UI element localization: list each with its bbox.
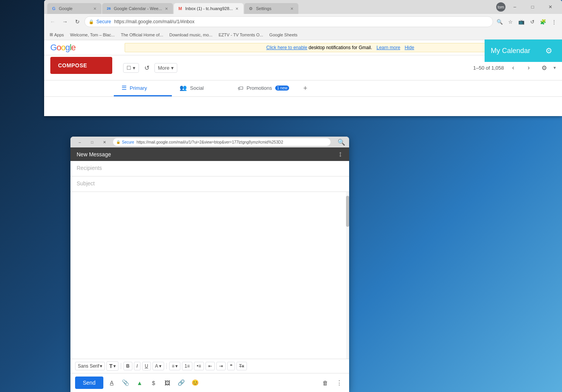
- bookmark-star-icon[interactable]: ☆: [505, 17, 516, 27]
- reload-button[interactable]: ↻: [72, 16, 83, 27]
- trash-button[interactable]: 🗑: [320, 377, 331, 388]
- tab-google-close[interactable]: ✕: [92, 6, 98, 11]
- recipients-field[interactable]: Recipients: [70, 161, 349, 176]
- compose-scrollbar[interactable]: [346, 192, 349, 359]
- popup-close-button[interactable]: ✕: [99, 138, 110, 146]
- more-options-button[interactable]: ⋮: [334, 377, 344, 388]
- more-button[interactable]: More ▾: [154, 63, 177, 73]
- bookmark-sheets[interactable]: Google Sheets: [267, 32, 300, 38]
- checkbox-dropdown-icon: ▾: [133, 65, 135, 71]
- next-page-button[interactable]: ›: [523, 62, 535, 74]
- tab-social[interactable]: 👥 Social: [172, 80, 230, 96]
- compose-actions-toolbar: Send A 📎 ▲ $ 🖼 🔗 😊 🗑 ⋮: [70, 373, 349, 392]
- window-close-button[interactable]: ✕: [542, 2, 559, 12]
- blockquote-button[interactable]: ❝: [227, 362, 235, 370]
- photo-button[interactable]: 🖼: [162, 377, 173, 388]
- tab-gmail[interactable]: M Inbox (1) - tc.huang928... ✕: [174, 3, 244, 14]
- previous-page-button[interactable]: ‹: [507, 62, 519, 74]
- tab-gmail-close[interactable]: ✕: [234, 6, 240, 11]
- link-icon: 🔗: [178, 379, 185, 386]
- menu-icon[interactable]: ⋮: [549, 17, 559, 27]
- bookmark-official[interactable]: The Official Home of...: [118, 32, 165, 38]
- window-minimize-button[interactable]: –: [506, 2, 523, 12]
- notification-hide-link[interactable]: Hide: [404, 45, 414, 50]
- emoji-button[interactable]: 😊: [190, 377, 201, 388]
- text-color-button[interactable]: A ▾: [152, 362, 164, 370]
- tab-google-title: Google: [59, 6, 91, 11]
- link-button[interactable]: 🔗: [176, 377, 187, 388]
- align-button[interactable]: ≡ ▾: [169, 362, 180, 370]
- compose-popup-titlebar: – □ ✕ 🔒 Secure https://mail.google.com/m…: [70, 137, 349, 147]
- attach-file-button[interactable]: 📎: [120, 377, 131, 388]
- numbered-list-button[interactable]: 1≡: [182, 362, 193, 370]
- font-size-button[interactable]: T ▾: [106, 361, 118, 371]
- bookmark-download[interactable]: Download music, mo...: [167, 32, 214, 38]
- chrome-toolbar: ← → ↻ 🔒 Secure https://mail.google.com/m…: [44, 14, 562, 29]
- select-all-button[interactable]: ☐ ▾: [123, 63, 139, 73]
- history-icon[interactable]: ↺: [527, 17, 537, 27]
- search-icon[interactable]: 🔍: [495, 17, 505, 27]
- compose-button[interactable]: COMPOSE: [50, 57, 112, 74]
- social-tab-icon: 👥: [180, 84, 187, 91]
- bookmark-apps[interactable]: ⊞ Apps: [47, 31, 66, 38]
- indent-more-button[interactable]: ⇥: [216, 362, 226, 370]
- blockquote-icon: ❝: [230, 363, 232, 369]
- settings-dropdown-icon[interactable]: ▾: [553, 65, 556, 70]
- add-tab-button[interactable]: +: [297, 80, 314, 96]
- tab-calendar[interactable]: 26 Google Calendar - Wee... ✕: [102, 3, 173, 14]
- font-size-dropdown-icon: ▾: [113, 363, 116, 369]
- extensions-icon[interactable]: 🧩: [538, 17, 548, 27]
- tab-settings[interactable]: ⚙ Settings ✕: [244, 3, 298, 14]
- popup-secure-text: Secure: [122, 140, 134, 144]
- drive-button[interactable]: ▲: [134, 377, 145, 388]
- underline-button[interactable]: U: [142, 362, 151, 370]
- tab-primary[interactable]: ☰ Primary: [114, 80, 172, 96]
- popup-url: https://mail.google.com/mail/u/1/?ui=2&v…: [137, 140, 283, 144]
- indent-less-button[interactable]: ⇤: [206, 362, 215, 370]
- notification-learn-more-link[interactable]: Learn more: [377, 45, 400, 50]
- primary-tab-icon: ☰: [122, 84, 127, 91]
- underline-icon: U: [145, 363, 148, 369]
- calendar-overlay: My Calendar ⚙: [485, 39, 562, 62]
- refresh-button[interactable]: ↺: [140, 62, 153, 74]
- tab-promotions[interactable]: 🏷 Promotions 1 new: [230, 81, 297, 96]
- tab-calendar-close[interactable]: ✕: [164, 6, 169, 11]
- italic-button[interactable]: I: [134, 362, 140, 370]
- address-bar[interactable]: 🔒 Secure https://mail.google.com/mail/u/…: [84, 16, 493, 27]
- calendar-settings-button[interactable]: ⚙: [542, 44, 556, 58]
- bookmark-eztv[interactable]: EZTV - TV Torrents O...: [216, 32, 266, 38]
- window-maximize-button[interactable]: □: [524, 2, 541, 12]
- bold-button[interactable]: B: [123, 362, 132, 370]
- popup-search-btn[interactable]: 🔍: [334, 139, 345, 146]
- bullet-list-button[interactable]: •≡: [194, 362, 204, 370]
- gmail-tab-icon: M: [178, 6, 183, 11]
- subject-field[interactable]: Subject: [70, 176, 349, 192]
- forward-button[interactable]: →: [60, 16, 70, 27]
- cast-icon[interactable]: 📺: [516, 17, 526, 27]
- format-underline-button[interactable]: A: [106, 377, 117, 388]
- compose-minimize-button[interactable]: ⤡: [336, 150, 345, 159]
- toolbar-controls: ☐ ▾ ↺ More ▾: [123, 62, 177, 74]
- popup-maximize-button[interactable]: □: [87, 138, 98, 146]
- font-size-icon: T: [109, 363, 113, 369]
- indent-less-icon: ⇤: [208, 363, 212, 369]
- popup-minimize-button[interactable]: –: [74, 138, 85, 146]
- fmt-separator-1: [121, 363, 121, 369]
- font-family-selector[interactable]: Sans Serif ▾: [75, 362, 105, 370]
- compose-area: COMPOSE: [50, 57, 120, 79]
- compose-body[interactable]: [70, 192, 349, 359]
- more-dropdown-icon: ▾: [171, 65, 174, 71]
- back-button[interactable]: ←: [47, 16, 58, 27]
- settings-button[interactable]: ⚙: [538, 62, 550, 74]
- remove-format-button[interactable]: Tx: [236, 362, 247, 370]
- send-button[interactable]: Send: [75, 377, 103, 389]
- address-url: https://mail.google.com/mail/u/1/#inbox: [114, 19, 194, 24]
- gmail-logo-area: Google: [50, 43, 120, 53]
- bookmark-welcome[interactable]: Welcome, Tom – Blac...: [68, 32, 117, 38]
- notification-enable-link[interactable]: Click here to enable: [266, 45, 307, 50]
- tab-settings-close[interactable]: ✕: [289, 6, 295, 11]
- money-button[interactable]: $: [148, 377, 159, 388]
- tab-google[interactable]: G Google ✕: [47, 3, 101, 14]
- popup-url-bar: 🔒 Secure https://mail.google.com/mail/u/…: [113, 138, 331, 146]
- bullet-list-icon: •≡: [197, 363, 201, 369]
